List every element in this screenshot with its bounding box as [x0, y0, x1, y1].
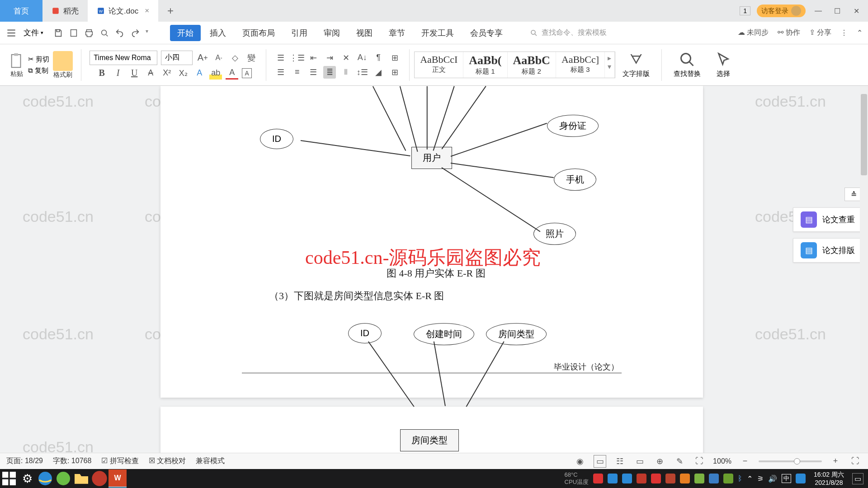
explorer-icon[interactable] — [72, 469, 90, 488]
login-badge[interactable]: 访客登录 — [757, 5, 806, 17]
grow-font-icon[interactable]: A+ — [196, 52, 209, 64]
zoom-out-icon[interactable]: − — [739, 455, 751, 468]
tab-devtools[interactable]: 开发工具 — [414, 25, 461, 41]
tab-icon[interactable]: ⊞ — [388, 52, 401, 64]
file-menu[interactable]: 文件 ▾ — [19, 28, 48, 38]
tray-icon[interactable] — [709, 474, 719, 483]
tab-vip[interactable]: 会员专享 — [463, 25, 510, 41]
minimize-button[interactable]: — — [812, 5, 825, 17]
tray-icon[interactable] — [680, 474, 690, 483]
print-icon[interactable] — [84, 28, 94, 38]
wps-icon[interactable]: W — [108, 469, 127, 488]
phonetic-icon[interactable]: 變 — [245, 52, 258, 64]
read-icon[interactable]: ▭ — [633, 455, 646, 468]
maximize-button[interactable]: ☐ — [831, 5, 844, 17]
tray-icon[interactable] — [593, 474, 603, 483]
fullscreen-icon[interactable]: ⛶ — [849, 455, 862, 468]
align-right-icon[interactable]: ☰ — [307, 66, 320, 79]
copy-button[interactable]: ⧉ 复制 — [28, 66, 49, 75]
clock[interactable]: 16:02 周六2021/8/28 — [810, 470, 848, 487]
italic-button[interactable]: I — [112, 67, 124, 80]
tray-icon[interactable] — [622, 474, 632, 483]
style-h2[interactable]: AaBbC标题 2 — [508, 52, 556, 78]
obs-icon[interactable]: ⚙ — [18, 469, 36, 488]
style-h1[interactable]: AaBb(标题 1 — [463, 52, 507, 78]
tab-view[interactable]: 视图 — [349, 25, 380, 41]
borders-icon[interactable]: ⊞ — [388, 66, 401, 79]
close-icon[interactable]: × — [145, 6, 149, 15]
undo-icon[interactable] — [115, 28, 125, 38]
numbering-icon[interactable]: ⋮☰ — [291, 52, 303, 64]
sync-status[interactable]: ☁ 未同步 — [738, 28, 769, 38]
shrink-font-icon[interactable]: A- — [212, 52, 225, 64]
web-icon[interactable]: ⊕ — [653, 455, 666, 468]
style-h3[interactable]: AaBbCc]标题 3 — [556, 52, 605, 78]
cut-button[interactable]: ✂ 剪切 — [28, 55, 49, 64]
vertical-scrollbar[interactable] — [860, 86, 868, 453]
sort-icon[interactable]: A↓ — [356, 52, 368, 64]
ime-indicator[interactable]: 中 — [782, 474, 791, 483]
new-tab-button[interactable]: + — [158, 5, 183, 17]
styles-gallery[interactable]: AaBbCcI正文 AaBb(标题 1 AaBbC标题 2 AaBbCc]标题 … — [414, 52, 615, 78]
tab-review[interactable]: 审阅 — [316, 25, 347, 41]
preview-icon[interactable] — [99, 28, 109, 38]
scrollbar-thumb[interactable] — [861, 94, 867, 175]
tab-start[interactable]: 开始 — [170, 25, 201, 41]
indent-left-icon[interactable]: ⇤ — [307, 52, 320, 64]
tray-icon[interactable] — [651, 474, 661, 483]
style-normal[interactable]: AaBbCcI正文 — [415, 52, 463, 78]
tab-insert[interactable]: 插入 — [203, 25, 233, 41]
zoom-in-icon[interactable]: + — [829, 455, 842, 468]
tray-icon[interactable] — [665, 474, 675, 483]
font-size-select[interactable]: 小四 — [161, 51, 193, 65]
tray-icon[interactable] — [723, 474, 733, 483]
tray-icon[interactable] — [694, 474, 704, 483]
bold-button[interactable]: B — [95, 67, 108, 80]
command-search[interactable]: 查找命令、搜索模板 — [530, 28, 607, 38]
ie-icon[interactable] — [36, 469, 54, 488]
tab-pagelayout[interactable]: 页面布局 — [235, 25, 282, 41]
tray-icon[interactable] — [637, 474, 646, 483]
find-replace-button[interactable]: 查找替换 — [666, 52, 708, 78]
spellcheck-button[interactable]: ☑ 拼写检查 — [101, 456, 138, 466]
line-spacing-icon[interactable]: ↕☰ — [356, 66, 368, 79]
outline-icon[interactable]: ☷ — [613, 455, 626, 468]
text-effects-icon[interactable]: A — [193, 67, 206, 80]
start-button[interactable] — [0, 469, 18, 488]
proofing-button[interactable]: ☒ 文档校对 — [149, 456, 186, 466]
window-number[interactable]: 1 — [740, 6, 750, 15]
close-button[interactable]: ✕ — [850, 5, 863, 17]
tab-chapter[interactable]: 章节 — [382, 25, 412, 41]
tray-icon[interactable] — [608, 474, 618, 483]
tab-daoke[interactable]: 稻壳 — [42, 0, 88, 22]
superscript-button[interactable]: X² — [160, 67, 173, 80]
align-justify-icon[interactable]: ≣ — [323, 66, 336, 79]
pen-icon[interactable]: ✎ — [673, 455, 686, 468]
tab-home[interactable]: 首页 — [0, 0, 42, 22]
shading-icon[interactable]: ◢ — [372, 66, 385, 79]
collapse-ribbon-icon[interactable]: ⌃ — [857, 28, 863, 37]
char-border-icon[interactable]: A — [242, 68, 252, 78]
document-page[interactable]: 用户 ID 身份证 手机 照片 code51.cn-源码乐园盗图必究 图 4-8… — [160, 86, 703, 398]
browser-icon[interactable] — [54, 469, 72, 488]
redo-icon[interactable] — [130, 28, 140, 38]
styles-more-icon[interactable]: ▸▾ — [605, 52, 615, 78]
zoom-knob[interactable] — [794, 458, 800, 465]
print-layout-icon[interactable]: ▭ — [594, 455, 606, 468]
notification-icon[interactable]: ▭ — [852, 473, 863, 484]
tab-references[interactable]: 引用 — [284, 25, 315, 41]
more-icon[interactable]: ⋮ — [840, 28, 848, 37]
zoom-slider[interactable] — [759, 460, 822, 462]
tab-document[interactable]: W 论文.doc × — [88, 0, 158, 22]
asian-layout-icon[interactable]: ✕ — [340, 52, 352, 64]
coop-button[interactable]: ⚯ 协作 — [778, 28, 800, 38]
bluetooth-icon[interactable]: ᛒ — [738, 474, 742, 483]
save-icon[interactable] — [53, 28, 63, 38]
fit-icon[interactable]: ⛶ — [693, 455, 706, 468]
font-color-icon[interactable]: A — [226, 67, 238, 80]
distribute-icon[interactable]: ⫴ — [340, 66, 352, 79]
paper-check-button[interactable]: ▤论文查重 — [793, 207, 863, 232]
show-marks-icon[interactable]: ¶ — [372, 52, 385, 64]
zoom-level[interactable]: 100% — [713, 457, 731, 465]
format-painter-icon[interactable] — [53, 51, 73, 71]
